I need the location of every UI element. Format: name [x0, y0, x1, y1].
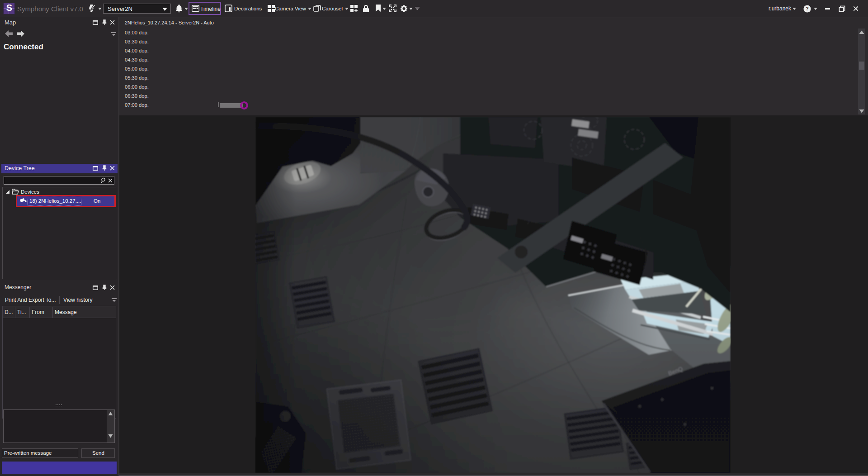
svg-text:?: ? [806, 6, 809, 11]
